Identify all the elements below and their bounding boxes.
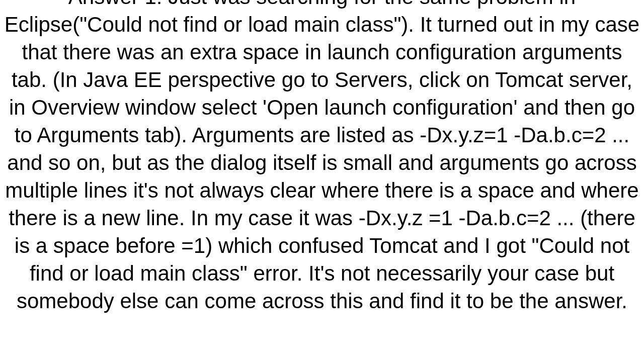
answer-body-text: Answer 1: Just was searching for the sam…	[0, 0, 644, 315]
document-page: Answer 1: Just was searching for the sam…	[0, 0, 644, 362]
